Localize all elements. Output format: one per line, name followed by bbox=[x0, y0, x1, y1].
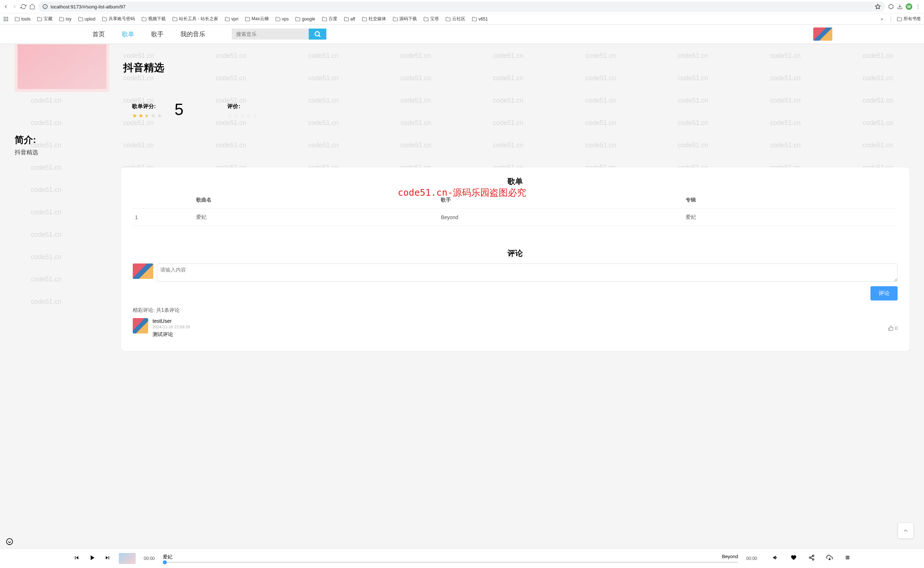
search-input[interactable] bbox=[232, 29, 309, 39]
star-icon[interactable]: ☆ bbox=[227, 112, 233, 119]
search-button[interactable] bbox=[309, 29, 326, 39]
star-icon[interactable]: ☆ bbox=[246, 112, 251, 119]
downloads-icon[interactable] bbox=[897, 4, 903, 9]
next-button[interactable] bbox=[104, 554, 111, 562]
bookmark-item[interactable]: 共享账号密码 bbox=[102, 16, 135, 22]
folder-icon bbox=[362, 17, 367, 22]
bookmark-overflow-icon[interactable]: » bbox=[879, 16, 885, 22]
folder-icon bbox=[37, 17, 42, 22]
user-avatar[interactable] bbox=[813, 27, 832, 41]
share-button[interactable] bbox=[809, 554, 815, 562]
bookmark-item[interactable]: 云社区 bbox=[446, 16, 465, 22]
reload-icon[interactable] bbox=[21, 4, 26, 9]
menu-icon[interactable] bbox=[915, 4, 921, 9]
bookmark-item[interactable]: tools bbox=[15, 16, 30, 22]
folder-icon bbox=[393, 17, 398, 22]
album-title: 抖音精选 bbox=[123, 61, 164, 75]
rating-stars: ★ ★ ★ ★ ★ bbox=[132, 112, 162, 119]
bookmark-item[interactable]: 宝藏 bbox=[37, 16, 53, 22]
folder-icon bbox=[172, 17, 177, 22]
svg-rect-11 bbox=[6, 18, 7, 20]
thumbs-up-icon bbox=[888, 325, 894, 331]
comment-submit-button[interactable]: 评论 bbox=[871, 286, 898, 301]
svg-rect-9 bbox=[7, 17, 8, 18]
forward-icon[interactable] bbox=[12, 4, 18, 9]
comment-avatar bbox=[133, 263, 153, 279]
info-icon bbox=[42, 4, 48, 9]
table-row[interactable]: 1 爱妃 Beyond 爱妃 bbox=[133, 209, 898, 226]
url-bar[interactable]: localhost:9173/#/song-list-album/97 bbox=[38, 2, 885, 12]
row-name: 爱妃 bbox=[194, 209, 439, 226]
folder-icon bbox=[15, 17, 20, 22]
bookmark-item[interactable]: 社交媒体 bbox=[362, 16, 386, 22]
expand-toggle[interactable] bbox=[6, 538, 13, 547]
nav-playlist[interactable]: 歌单 bbox=[121, 29, 135, 40]
bookmark-item[interactable]: Max云梯 bbox=[245, 16, 269, 22]
bookmark-item[interactable]: aff bbox=[344, 16, 355, 22]
bookmark-item[interactable]: 源码下载 bbox=[393, 16, 417, 22]
folder-icon bbox=[446, 17, 451, 22]
play-button[interactable] bbox=[88, 554, 96, 563]
bookmark-item[interactable]: google bbox=[295, 16, 315, 22]
bookmark-item[interactable]: vpn bbox=[225, 16, 238, 22]
bookmark-item[interactable]: 百度 bbox=[322, 16, 337, 22]
comment-title: 评论 bbox=[133, 248, 898, 258]
folder-icon bbox=[245, 17, 250, 22]
bookmark-item[interactable]: uplod bbox=[78, 16, 95, 22]
apps-icon[interactable] bbox=[3, 16, 9, 22]
home-icon[interactable] bbox=[29, 4, 35, 9]
prev-button[interactable] bbox=[73, 554, 80, 562]
nav-home[interactable]: 首页 bbox=[92, 29, 106, 40]
search-icon bbox=[314, 30, 321, 38]
star-icon[interactable] bbox=[875, 4, 881, 9]
comment-like[interactable]: 0 bbox=[888, 318, 898, 338]
scroll-top-button[interactable] bbox=[898, 523, 914, 539]
track-cover[interactable] bbox=[119, 553, 136, 564]
nav-mymusic[interactable]: 我的音乐 bbox=[180, 29, 206, 40]
bookmark-item[interactable]: v651 bbox=[472, 16, 488, 22]
star-icon[interactable]: ☆ bbox=[234, 112, 239, 119]
progress-handle[interactable] bbox=[163, 560, 167, 564]
chevron-down-circle-icon bbox=[6, 538, 13, 545]
bookmark-item[interactable]: 宝塔 bbox=[423, 16, 439, 22]
intro-text: 抖音精选 bbox=[15, 149, 909, 157]
extensions-icon[interactable] bbox=[888, 4, 894, 9]
nav-singer[interactable]: 歌手 bbox=[150, 29, 164, 40]
svg-point-21 bbox=[812, 559, 814, 560]
all-bookmarks[interactable]: 所有书签 bbox=[897, 16, 921, 22]
profile-avatar[interactable]: W bbox=[906, 3, 912, 10]
bookmark-item[interactable]: 视频下载 bbox=[142, 16, 166, 22]
playlist-button[interactable] bbox=[844, 554, 851, 562]
comment-input[interactable] bbox=[157, 263, 898, 282]
folder-icon bbox=[142, 17, 147, 22]
svg-line-22 bbox=[811, 558, 812, 559]
download-button[interactable] bbox=[826, 554, 833, 562]
song-table: 歌曲名 歌手 专辑 1 爱妃 Beyond 爱妃 bbox=[133, 192, 898, 226]
star-icon: ★ bbox=[132, 112, 137, 119]
eval-stars[interactable]: ☆ ☆ ☆ ☆ ☆ bbox=[227, 112, 257, 119]
folder-icon bbox=[295, 17, 300, 22]
svg-point-18 bbox=[7, 539, 13, 545]
folder-icon bbox=[423, 17, 429, 22]
svg-rect-10 bbox=[4, 18, 5, 20]
col-singer: 歌手 bbox=[439, 192, 684, 209]
folder-icon bbox=[78, 17, 83, 22]
svg-rect-7 bbox=[4, 17, 5, 18]
folder-icon bbox=[275, 17, 280, 22]
bookmark-item[interactable]: 站长工具 - 站长之家 bbox=[172, 16, 218, 22]
url-text: localhost:9173/#/song-list-album/97 bbox=[51, 4, 126, 9]
svg-point-5 bbox=[918, 6, 918, 7]
svg-rect-14 bbox=[6, 20, 7, 21]
back-icon[interactable] bbox=[3, 4, 9, 9]
svg-marker-3 bbox=[875, 4, 880, 9]
rating-label: 歌单评分: bbox=[132, 103, 162, 110]
like-button[interactable] bbox=[791, 554, 797, 562]
bookmark-item[interactable]: txy bbox=[59, 16, 71, 22]
star-icon[interactable]: ☆ bbox=[240, 112, 245, 119]
svg-point-4 bbox=[918, 5, 918, 5]
star-icon[interactable]: ☆ bbox=[252, 112, 257, 119]
progress-bar[interactable] bbox=[163, 562, 738, 563]
bookmark-item[interactable]: vps bbox=[275, 16, 289, 22]
svg-line-23 bbox=[811, 556, 812, 557]
volume-button[interactable] bbox=[773, 554, 779, 562]
